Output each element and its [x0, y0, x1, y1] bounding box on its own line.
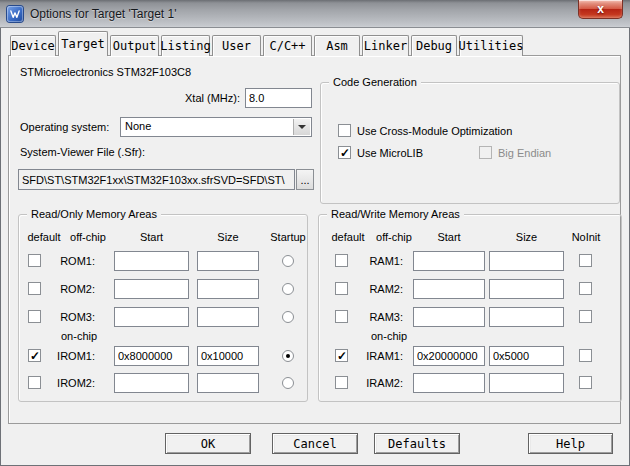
read-only-memory-title: Read/Only Memory Areas — [27, 208, 161, 220]
start-input[interactable] — [114, 373, 189, 393]
operating-system-label: Operating system: — [20, 121, 109, 133]
iram1-row: IRAM1: — [319, 346, 621, 366]
default-checkbox[interactable] — [335, 310, 348, 323]
tab-output[interactable]: Output — [110, 35, 159, 56]
memory-row-label: RAM1: — [357, 255, 403, 267]
memory-row-label: IRAM2: — [357, 377, 403, 389]
xtal-input[interactable] — [245, 88, 312, 108]
tab-listing[interactable]: Listing — [161, 35, 210, 56]
device-name: STMicroelectronics STM32F103C8 — [20, 66, 191, 78]
startup-radio[interactable] — [282, 311, 294, 323]
size-input[interactable] — [197, 251, 259, 271]
tab-c-cpp[interactable]: C/C++ — [263, 35, 312, 56]
noinit-checkbox[interactable] — [579, 310, 592, 323]
default-checkbox[interactable] — [335, 349, 348, 362]
size-input[interactable] — [489, 279, 564, 299]
close-icon: x — [597, 3, 604, 15]
tab-user[interactable]: User — [212, 35, 261, 56]
startup-radio[interactable] — [282, 283, 294, 295]
default-checkbox[interactable] — [28, 254, 41, 267]
rom3-row: ROM3: — [19, 307, 307, 327]
startup-radio[interactable] — [282, 377, 294, 389]
default-checkbox[interactable] — [28, 376, 41, 389]
start-input[interactable] — [114, 307, 189, 327]
cancel-button[interactable]: Cancel — [272, 433, 358, 454]
memory-row-label: RAM2: — [357, 283, 403, 295]
tab-utilities[interactable]: Utilities — [459, 35, 523, 56]
column-header-default: default — [327, 231, 369, 243]
default-checkbox[interactable] — [335, 376, 348, 389]
operating-system-select[interactable]: None — [120, 117, 312, 137]
tab-device[interactable]: Device — [10, 35, 56, 56]
start-input[interactable] — [413, 307, 485, 327]
size-input[interactable] — [489, 373, 564, 393]
memory-row-label: IROM2: — [47, 377, 95, 389]
cross-module-checkbox[interactable] — [338, 124, 351, 137]
size-input[interactable] — [197, 307, 259, 327]
noinit-checkbox[interactable] — [579, 376, 592, 389]
ram2-row: RAM2: — [319, 279, 621, 299]
close-button[interactable]: x — [578, 0, 623, 19]
irom2-row: IROM2: — [19, 373, 307, 393]
start-input[interactable] — [114, 279, 189, 299]
size-input[interactable] — [489, 251, 564, 271]
read-write-memory-title: Read/Write Memory Areas — [327, 208, 464, 220]
startup-radio[interactable] — [282, 255, 294, 267]
read-write-memory-group: Read/Write Memory Areas default off-chip… — [318, 214, 622, 402]
microlib-checkbox[interactable] — [338, 146, 351, 159]
tab-asm[interactable]: Asm — [314, 35, 360, 56]
column-header-startup: Startup — [259, 231, 317, 243]
start-input[interactable] — [413, 251, 485, 271]
tab-linker[interactable]: Linker — [362, 35, 409, 56]
size-input[interactable] — [197, 373, 259, 393]
default-checkbox[interactable] — [28, 349, 41, 362]
noinit-checkbox[interactable] — [579, 349, 592, 362]
start-input[interactable] — [413, 346, 485, 366]
dialog-title: Options for Target 'Target 1' — [30, 7, 176, 21]
system-viewer-file-input[interactable] — [18, 169, 295, 190]
help-button[interactable]: Help — [528, 433, 613, 454]
default-checkbox[interactable] — [335, 282, 348, 295]
start-input[interactable] — [413, 373, 485, 393]
tab-target[interactable]: Target — [58, 31, 108, 56]
start-input[interactable] — [114, 251, 189, 271]
onchip-label: on-chip — [61, 330, 97, 342]
code-generation-title: Code Generation — [329, 76, 421, 88]
dropdown-button[interactable] — [293, 119, 310, 135]
memory-row-label: ROM2: — [47, 283, 95, 295]
system-viewer-label: System-Viewer File (.Sfr): — [20, 146, 145, 158]
iram2-row: IRAM2: — [319, 373, 621, 393]
size-input[interactable] — [489, 346, 564, 366]
size-input[interactable] — [197, 346, 259, 366]
start-input[interactable] — [114, 346, 189, 366]
cross-module-label: Use Cross-Module Optimization — [357, 125, 512, 137]
irom1-row: IROM1: — [19, 346, 307, 366]
column-header-noinit: NoInit — [561, 231, 611, 243]
column-header-offchip: off-chip — [371, 231, 417, 243]
rom1-row: ROM1: — [19, 251, 307, 271]
tab-debug[interactable]: Debug — [411, 35, 457, 56]
ok-button[interactable]: OK — [165, 433, 251, 454]
titlebar[interactable]: Options for Target 'Target 1' x — [0, 0, 630, 28]
defaults-button[interactable]: Defaults — [374, 433, 460, 454]
column-header-size: Size — [197, 231, 259, 243]
noinit-checkbox[interactable] — [579, 254, 592, 267]
ram1-row: RAM1: — [319, 251, 621, 271]
memory-row-label: ROM3: — [47, 311, 95, 323]
startup-radio[interactable] — [282, 350, 294, 362]
browse-sfr-button[interactable]: ... — [296, 169, 314, 190]
code-generation-group: Code Generation Use Cross-Module Optimiz… — [320, 82, 620, 204]
memory-row-label: IRAM1: — [357, 350, 403, 362]
size-input[interactable] — [197, 279, 259, 299]
column-header-default: default — [23, 231, 65, 243]
default-checkbox[interactable] — [335, 254, 348, 267]
default-checkbox[interactable] — [28, 282, 41, 295]
ram3-row: RAM3: — [319, 307, 621, 327]
tab-strip: Device Target Output Listing User C/C++ … — [10, 31, 523, 56]
big-endian-checkbox — [479, 146, 492, 159]
start-input[interactable] — [413, 279, 485, 299]
chevron-down-icon — [298, 125, 306, 129]
noinit-checkbox[interactable] — [579, 282, 592, 295]
default-checkbox[interactable] — [28, 310, 41, 323]
size-input[interactable] — [489, 307, 564, 327]
